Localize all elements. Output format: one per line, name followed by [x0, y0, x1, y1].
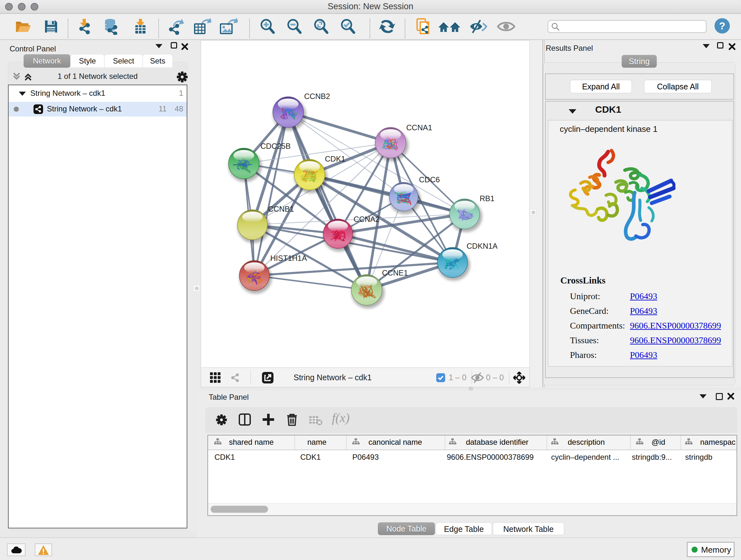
- svg-text:CDC25B: CDC25B: [260, 142, 291, 150]
- svg-text:CCNA1: CCNA1: [406, 123, 432, 132]
- svg-text:CCNB2: CCNB2: [304, 92, 330, 101]
- svg-text:CDK1: CDK1: [325, 154, 345, 163]
- svg-text:CCNE1: CCNE1: [382, 268, 408, 277]
- svg-text:RB1: RB1: [480, 194, 495, 203]
- svg-text:CCNA2: CCNA2: [354, 215, 380, 224]
- svg-text:CCNB1: CCNB1: [268, 205, 294, 213]
- svg-text:HIST1H1A: HIST1H1A: [270, 254, 307, 262]
- svg-text:CDC6: CDC6: [419, 175, 440, 184]
- svg-text:CDKN1A: CDKN1A: [467, 242, 497, 250]
- svg-text:?: ?: [719, 20, 725, 32]
